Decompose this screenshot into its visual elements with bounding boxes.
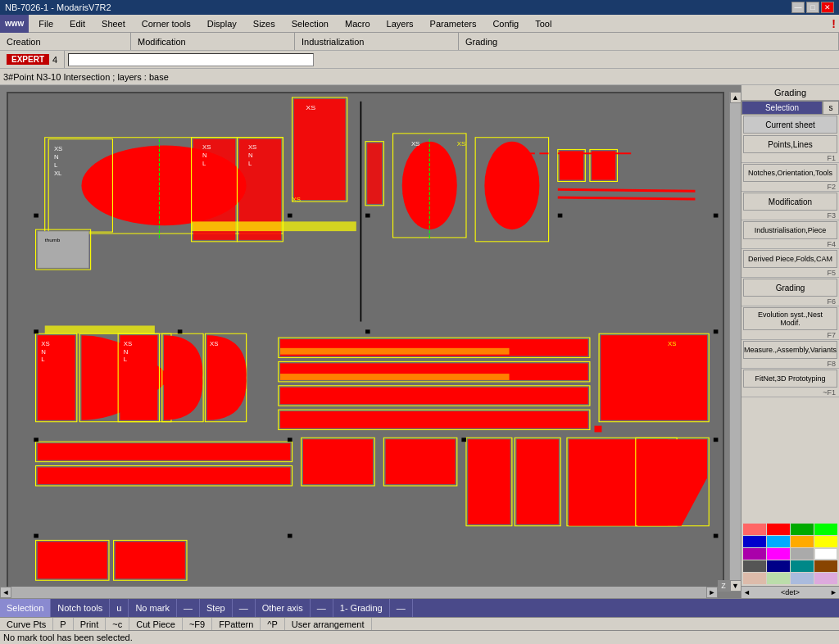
menu-selection[interactable]: Selection (283, 15, 337, 33)
modification-button[interactable]: Modification (743, 193, 837, 211)
swatch-7[interactable] (791, 536, 814, 547)
user-arrangement-button[interactable]: User arrangement (285, 618, 372, 631)
selection-tool-button[interactable]: Selection (0, 599, 51, 617)
print-button[interactable]: Print (74, 618, 107, 631)
swatch-9[interactable] (743, 548, 766, 560)
swatch-1[interactable] (743, 524, 766, 535)
swatch-19[interactable] (791, 573, 814, 584)
canvas[interactable]: XS XS N L XL thumb XS (7, 92, 724, 592)
swatch-8[interactable] (814, 536, 837, 547)
svg-text:L: L (41, 356, 44, 363)
swatch-11[interactable] (791, 548, 814, 560)
vertical-scrollbar[interactable]: ▲ ▼ (729, 92, 741, 592)
menu-sheet[interactable]: Sheet (93, 15, 134, 33)
menu-corner-tools[interactable]: Corner tools (134, 15, 199, 33)
alert-icon: ! (832, 17, 836, 30)
status-text: No mark tool has been selected. (3, 633, 133, 642)
industrialisation-button[interactable]: Industrialisation,Piece (743, 221, 837, 239)
evolution-button[interactable]: Evolution syst.,Nest Modif. (743, 307, 837, 330)
svg-rect-86 (34, 329, 39, 333)
menu-edit[interactable]: Edit (61, 15, 93, 33)
scroll-up-button[interactable]: ▲ (730, 92, 741, 103)
points-lines-button[interactable]: Points,Lines (743, 135, 837, 153)
menu-parameters[interactable]: Parameters (422, 15, 485, 33)
svg-rect-31 (560, 151, 583, 179)
curve-pts-button[interactable]: Curve Pts (0, 618, 53, 631)
minimize-button[interactable]: — (791, 2, 805, 13)
curve-pts-shortcut: P (53, 618, 73, 631)
scroll-left-button[interactable]: ◄ (0, 587, 11, 598)
measure-button[interactable]: Measure.,Assembly,Variants (743, 341, 837, 359)
swatch-15[interactable] (791, 560, 814, 572)
no-mark-label[interactable]: No mark (129, 599, 177, 617)
menu-sizes[interactable]: Sizes (245, 15, 283, 33)
toolbar-input-area[interactable] (65, 53, 839, 66)
svg-rect-85 (714, 214, 719, 218)
svg-rect-56 (280, 388, 588, 405)
no-mark-arrow: — (177, 599, 200, 617)
svg-text:L: L (54, 161, 57, 168)
selection-row: Selection s (741, 101, 839, 115)
cut-piece-button[interactable]: Cut Piece (129, 618, 183, 631)
svg-text:N: N (41, 348, 46, 355)
s-button[interactable]: s (823, 101, 839, 115)
swatch-17[interactable] (743, 573, 766, 584)
menu-layers[interactable]: Layers (379, 15, 422, 33)
derived-piece-section: Derived Piece,Folds,CAM F5 (741, 249, 839, 278)
grading-label[interactable]: 1- Grading (333, 599, 390, 617)
swatch-12[interactable] (814, 548, 837, 560)
small-arrow-right[interactable]: ► (830, 588, 837, 596)
swatch-6[interactable] (767, 536, 790, 547)
menu-tool[interactable]: Tool (527, 15, 560, 33)
industrialisation-section: Industrialisation,Piece F4 (741, 220, 839, 249)
svg-text:L: L (202, 160, 206, 166)
menu-display[interactable]: Display (199, 15, 245, 33)
maximize-button[interactable]: □ (806, 2, 819, 13)
points-lines-section: Points,Lines F1 (741, 134, 839, 163)
svg-rect-88 (365, 329, 370, 333)
swatch-5[interactable] (743, 536, 766, 547)
fpattern-button[interactable]: FPattern (212, 618, 261, 631)
menu-macro[interactable]: Macro (337, 15, 379, 33)
canvas-container[interactable]: XS XS N L XL thumb XS (0, 85, 741, 598)
notches-button[interactable]: Notches,Orientation,Tools (743, 164, 837, 182)
menu-config[interactable]: Config (484, 15, 527, 33)
swatch-20[interactable] (814, 573, 837, 584)
z-button[interactable]: Z (718, 580, 729, 592)
status-bar: No mark tool has been selected. (0, 630, 839, 644)
swatch-2[interactable] (767, 524, 790, 535)
www-button[interactable]: www (0, 15, 29, 33)
current-sheet-button[interactable]: Current sheet (743, 116, 837, 134)
svg-text:XS: XS (41, 340, 50, 347)
scroll-right-button[interactable]: ► (706, 587, 718, 598)
derived-piece-button[interactable]: Derived Piece,Folds,CAM (743, 250, 837, 268)
step-arrow: — (233, 599, 256, 617)
scroll-track-vertical (730, 103, 741, 580)
small-arrow-left[interactable]: ◄ (743, 588, 751, 596)
selection-button[interactable]: Selection (741, 101, 823, 115)
menu-file[interactable]: File (30, 15, 61, 33)
swatch-18[interactable] (767, 573, 790, 584)
svg-text:XS: XS (248, 144, 257, 151)
scroll-track-horizontal (11, 587, 706, 598)
svg-rect-66 (303, 439, 373, 484)
swatch-3[interactable] (791, 524, 814, 535)
scroll-down-button[interactable]: ▼ (730, 580, 741, 592)
intersection-status: 3#Point N3-10 Intersection ; layers : ba… (3, 72, 169, 82)
evolution-section: Evolution syst.,Nest Modif. F7 (741, 306, 839, 340)
close-button[interactable]: ✕ (821, 2, 834, 13)
other-axis-label[interactable]: Other axis (256, 599, 311, 617)
toolbar-input[interactable] (68, 53, 314, 66)
swatch-13[interactable] (743, 560, 766, 572)
grading-button[interactable]: Grading (743, 279, 837, 297)
swatch-16[interactable] (814, 560, 837, 572)
swatch-14[interactable] (767, 560, 790, 572)
svg-text:N: N (202, 152, 207, 159)
status-indicator: <det> (781, 588, 800, 596)
swatch-10[interactable] (767, 548, 790, 560)
svg-text:XS: XS (210, 340, 219, 347)
swatch-4[interactable] (814, 524, 837, 535)
step-label[interactable]: Step (200, 599, 233, 617)
fitnet-button[interactable]: FitNet,3D Prototyping (743, 370, 837, 388)
svg-rect-82 (288, 214, 293, 218)
